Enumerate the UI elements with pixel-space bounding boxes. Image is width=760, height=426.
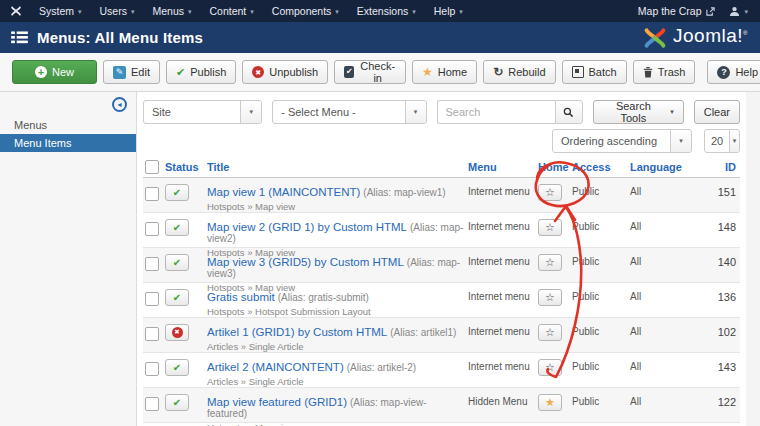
menu-label: System [39, 5, 74, 17]
search-input[interactable] [437, 100, 555, 124]
view-site-link[interactable]: Map the Crap [630, 5, 724, 17]
menu-item-link[interactable]: Map view 2 (GRID 1) by Custom HTML [207, 221, 407, 233]
access-level: Public [570, 318, 628, 337]
item-path: Articles » Single Article [207, 376, 464, 387]
checkin-button[interactable]: ✔ Check-in [334, 60, 406, 84]
home-star-button[interactable]: ☆ [538, 324, 562, 341]
joomla-admin-screen: System▾ Users▾ Menus▾ Content▾ Component… [0, 0, 760, 426]
status-toggle-button[interactable]: ✔ [165, 289, 189, 306]
status-toggle-button[interactable]: ✔ [165, 219, 189, 236]
home-star-button[interactable]: ☆ [538, 184, 562, 201]
chevron-down-icon: ▾ [744, 8, 748, 15]
status-toggle-button[interactable]: ✖ [165, 324, 189, 341]
menu-item-link[interactable]: Gratis submit [207, 291, 275, 303]
language: All [628, 388, 704, 407]
header-access[interactable]: Access [570, 161, 628, 173]
home-button[interactable]: ★ Home [412, 60, 477, 84]
batch-button[interactable]: Batch [562, 60, 627, 84]
star-icon: ★ [545, 397, 555, 408]
star-icon: ☆ [545, 222, 555, 233]
joomla-logo: Joomla!® [642, 25, 748, 51]
menu-item-link[interactable]: Artikel 1 (GRID1) by Custom HTML [207, 326, 387, 338]
item-id: 143 [704, 353, 740, 373]
admin-top-bar: System▾ Users▾ Menus▾ Content▾ Component… [0, 0, 760, 22]
language: All [628, 248, 704, 267]
status-toggle-button[interactable]: ✔ [165, 184, 189, 201]
sidebar-item-menu-items[interactable]: Menu Items [0, 134, 136, 152]
filter-bar: Site ▾ - Select Menu - ▾ [143, 100, 740, 124]
language: All [628, 213, 704, 232]
main-content: Site ▾ - Select Menu - ▾ [137, 92, 746, 426]
unpublish-button[interactable]: ✖ Unpublish [242, 60, 328, 84]
row-checkbox[interactable] [145, 362, 159, 376]
trash-button[interactable]: Trash [633, 60, 696, 84]
table-body: ✔ Map view 1 (MAINCONTENT)(Alias: map-vi… [143, 178, 740, 426]
header-id[interactable]: ID [704, 161, 740, 173]
home-star-button[interactable]: ☆ [538, 359, 562, 376]
alias-text: (Alias: artikel1) [390, 327, 456, 338]
menu-menus[interactable]: Menus▾ [143, 0, 200, 22]
rebuild-button[interactable]: ↻ Rebuild [483, 60, 555, 84]
table-row: ✔ Map view featured (GRID1)(Alias: map-v… [143, 388, 740, 423]
search-tools-button[interactable]: Search Tools ▾ [593, 100, 684, 124]
clear-button[interactable]: Clear [694, 100, 740, 124]
row-checkbox[interactable] [145, 257, 159, 271]
table-row: ✔ Map view 3 (GRID5) by Custom HTML(Alia… [143, 248, 740, 283]
site-select[interactable]: Site ▾ [143, 100, 262, 124]
header-language[interactable]: Language [628, 161, 704, 173]
trash-icon [643, 66, 653, 78]
ordering-select[interactable]: Ordering ascending ▾ [552, 129, 692, 153]
table-row: ✔ Map view 1 (MAINCONTENT)(Alias: map-vi… [143, 178, 740, 213]
home-star-button[interactable]: ☆ [538, 219, 562, 236]
publish-button[interactable]: ✔ Publish [166, 60, 236, 84]
edit-button[interactable]: ✎ Edit [103, 60, 160, 84]
page-header: Menus: All Menu Items Joomla!® [0, 22, 760, 53]
access-level: Public [570, 388, 628, 407]
star-icon: ☆ [545, 362, 555, 373]
search-button[interactable] [555, 100, 583, 124]
chevron-down-icon: ▾ [729, 130, 739, 152]
sidebar-collapse-button[interactable]: ◄ [112, 97, 127, 112]
access-level: Public [570, 248, 628, 267]
user-menu[interactable]: ▾ [723, 6, 760, 17]
menu-item-link[interactable]: Artikel 2 (MAINCONTENT) [207, 361, 344, 373]
row-checkbox[interactable] [145, 292, 159, 306]
header-title[interactable]: Title [205, 161, 466, 173]
row-checkbox[interactable] [145, 397, 159, 411]
menu-item-link[interactable]: Map view featured (GRID1) [207, 396, 347, 408]
sidebar-item-menus[interactable]: Menus [0, 116, 136, 134]
row-checkbox[interactable] [145, 187, 159, 201]
joomla-brand-icon [10, 5, 22, 17]
batch-square-icon [572, 66, 584, 78]
home-star-button[interactable]: ☆ [538, 254, 562, 271]
menu-label: Help [434, 5, 456, 17]
pencil-icon: ✎ [113, 66, 126, 79]
status-toggle-button[interactable]: ✔ [165, 254, 189, 271]
menu-components[interactable]: Components▾ [263, 0, 348, 22]
item-path: Hotspots » Map view [207, 201, 464, 212]
menu-content[interactable]: Content▾ [201, 0, 263, 22]
menu-item-link[interactable]: Map view 3 (GRID5) by Custom HTML [207, 256, 404, 268]
row-checkbox[interactable] [145, 327, 159, 341]
menu-extensions[interactable]: Extensions▾ [348, 0, 425, 22]
menu-select[interactable]: - Select Menu - ▾ [272, 100, 426, 124]
menu-help[interactable]: Help▾ [425, 0, 472, 22]
status-toggle-button[interactable]: ✔ [165, 359, 189, 376]
row-checkbox[interactable] [145, 222, 159, 236]
language: All [628, 318, 704, 337]
home-star-button[interactable]: ☆ [538, 289, 562, 306]
header-home[interactable]: Home [536, 161, 570, 173]
chevron-down-icon: ▾ [412, 8, 416, 15]
header-menu[interactable]: Menu [466, 161, 536, 173]
home-star-button[interactable]: ★ [538, 394, 562, 411]
menu-system[interactable]: System▾ [30, 0, 91, 22]
new-button[interactable]: + New [12, 60, 97, 84]
select-all-checkbox[interactable] [145, 160, 159, 174]
menu-users[interactable]: Users▾ [91, 0, 144, 22]
header-status[interactable]: Status [161, 161, 205, 173]
menu-item-link[interactable]: Map view 1 (MAINCONTENT) [207, 186, 360, 198]
limit-select[interactable]: 20 ▾ [704, 129, 740, 153]
table-row: ✔ Map view 2 (GRID 1) by Custom HTML(Ali… [143, 213, 740, 248]
status-toggle-button[interactable]: ✔ [165, 394, 189, 411]
help-button[interactable]: ? Help [707, 60, 760, 84]
